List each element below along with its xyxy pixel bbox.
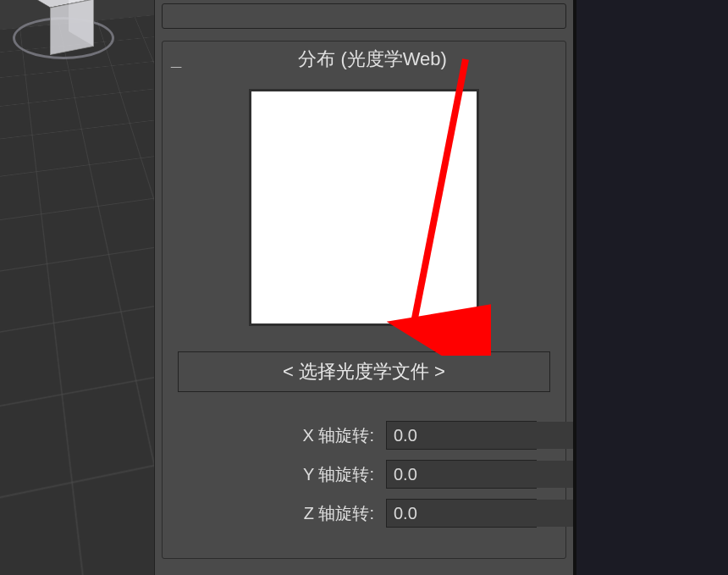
x-rotation-label: X 轴旋转: — [303, 424, 374, 447]
viewcube-gizmo[interactable] — [8, 0, 119, 97]
rollout-title: 分布 (光度学Web) — [188, 47, 557, 72]
x-rotation-spinner[interactable] — [386, 421, 537, 450]
y-rotation-row: Y 轴旋转: — [163, 455, 565, 494]
viewcube-cube[interactable] — [37, 0, 81, 47]
viewport-3d[interactable] — [0, 0, 155, 575]
choose-photometric-file-button[interactable]: < 选择光度学文件 > — [178, 351, 550, 392]
y-rotation-spinner[interactable] — [386, 460, 537, 489]
command-panel: _ 分布 (光度学Web) < 选择光度学文件 > X 轴旋转: Y 轴旋转: — [155, 0, 573, 575]
z-rotation-row: Z 轴旋转: — [163, 494, 565, 533]
web-preview-container — [163, 80, 565, 341]
x-rotation-row: X 轴旋转: — [163, 416, 565, 455]
collapse-icon[interactable]: _ — [171, 48, 181, 70]
photometric-web-preview[interactable] — [249, 89, 479, 326]
z-rotation-spinner[interactable] — [386, 499, 537, 528]
choose-photometric-file-label: < 选择光度学文件 > — [283, 361, 445, 382]
z-rotation-label: Z 轴旋转: — [304, 502, 374, 525]
panel-spacer-top — [162, 3, 566, 29]
right-empty-area — [573, 0, 728, 575]
distribution-photometric-rollout: _ 分布 (光度学Web) < 选择光度学文件 > X 轴旋转: Y 轴旋转: — [162, 41, 566, 559]
rollout-header[interactable]: _ 分布 (光度学Web) — [163, 41, 565, 80]
y-rotation-label: Y 轴旋转: — [303, 463, 374, 486]
